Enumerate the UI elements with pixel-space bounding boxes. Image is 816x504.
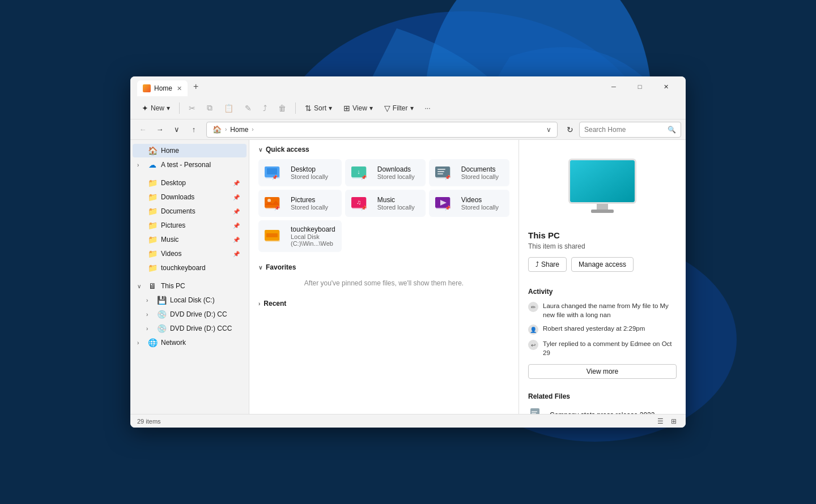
minimize-button[interactable]: ─ [601, 78, 627, 96]
sidebar-item-dvd-d1[interactable]: › 💿 DVD Drive (D:) CC [133, 307, 246, 321]
search-box: 🔍 [579, 122, 681, 138]
sidebar-item-this-pc[interactable]: ∨ 🖥 This PC [133, 279, 246, 293]
this-pc-monitor-icon [566, 156, 639, 215]
search-icon: 🔍 [668, 126, 676, 134]
sidebar-item-dvd-d2[interactable]: › 💿 DVD Drive (D:) CCC [133, 322, 246, 335]
new-chevron: ▾ [167, 104, 170, 112]
nav-bar: ← → ∨ ↑ 🏠 › Home › ∨ ↻ 🔍 [130, 119, 686, 140]
downloads-folder-icon: 📁 [147, 193, 158, 202]
home-icon: 🏠 [147, 146, 158, 155]
documents-folder-icon: 📁 [147, 207, 158, 216]
sidebar-dvd1-label: DVD Drive (D:) CC [170, 310, 240, 318]
refresh-button[interactable]: ↻ [562, 122, 578, 138]
sidebar-item-onedrive[interactable]: › ☁ A test - Personal [133, 158, 246, 172]
recent-locations-button[interactable]: ∨ [169, 122, 185, 138]
documents-tile-name: Documents [461, 165, 503, 173]
expand-arrow-local-disk: › [146, 297, 153, 304]
address-separator: › [225, 126, 227, 133]
sidebar-home-label: Home [161, 147, 240, 155]
manage-access-button[interactable]: Manage access [571, 257, 634, 272]
copy-button[interactable]: ⧉ [202, 101, 217, 115]
dvd2-icon: 💿 [156, 324, 167, 333]
activity-item-3: ↩ Tyler replied to a comment by Edmee on… [519, 337, 686, 360]
address-text: Home [230, 126, 248, 134]
back-button[interactable]: ← [135, 122, 151, 138]
up-button[interactable]: ↑ [186, 122, 202, 138]
activity-text-3: Tyler replied to a comment by Edmee on O… [543, 339, 677, 357]
view-button[interactable]: ⊞ View ▾ [339, 101, 377, 115]
folder-tile-documents[interactable]: 📌 Documents Stored locally [429, 159, 509, 186]
related-file-item[interactable]: PDF Company stats press release 2022 [519, 404, 686, 414]
view-more-button[interactable]: View more [528, 364, 677, 379]
svg-text:♫: ♫ [356, 199, 361, 206]
videos-tile-name: Videos [461, 196, 503, 204]
address-bar[interactable]: 🏠 › Home › ∨ [206, 122, 558, 138]
sidebar-item-touchkeyboard[interactable]: 📁 touchkeyboard [133, 261, 246, 275]
onedrive-icon: ☁ [147, 160, 158, 169]
activity-icon-1: ✏ [528, 302, 538, 312]
folder-tile-touchkeyboard[interactable]: touchkeyboard Local Disk (C:)\Win...\Web [258, 220, 342, 252]
svg-text:📌: 📌 [445, 205, 450, 211]
touchkeyboard-tile-name: touchkeyboard [291, 225, 335, 233]
sidebar-onedrive-label: A test - Personal [161, 161, 240, 169]
filter-label: Filter [393, 104, 408, 112]
toolbar-separator-2 [295, 102, 296, 114]
detail-actions: ⤴ Share Manage access [519, 257, 686, 279]
sidebar-item-pictures[interactable]: 📁 Pictures 📌 [133, 219, 246, 232]
folder-tile-music[interactable]: ♫ 📌 Music Stored locally [345, 190, 426, 217]
sidebar-local-disk-label: Local Disk (C:) [170, 296, 240, 304]
sort-button[interactable]: ⇅ Sort ▾ [300, 101, 337, 115]
window-controls: ─ □ ✕ [601, 78, 679, 96]
sidebar-item-documents[interactable]: 📁 Documents 📌 [133, 204, 246, 218]
paste-button[interactable]: 📋 [219, 101, 238, 115]
list-view-button[interactable]: ☰ [655, 416, 665, 426]
network-icon: 🌐 [147, 338, 158, 347]
more-options-button[interactable]: ··· [420, 102, 435, 114]
share-button[interactable]: ⤴ Share [528, 257, 567, 272]
maximize-button[interactable]: □ [627, 78, 653, 96]
folder-tile-videos[interactable]: 📌 Videos Stored locally [429, 190, 509, 217]
new-button[interactable]: ✦ New ▾ [137, 101, 175, 115]
home-tab[interactable]: Home ✕ [137, 80, 188, 96]
sidebar-item-downloads[interactable]: 📁 Downloads 📌 [133, 190, 246, 204]
delete-button[interactable]: 🗑 [274, 101, 291, 115]
sidebar-item-home[interactable]: 🏠 Home [133, 144, 246, 157]
music-folder-icon: 📁 [147, 235, 158, 244]
cut-icon: ✂ [189, 104, 196, 113]
share-toolbar-button[interactable]: ⤴ [258, 101, 271, 115]
sidebar-music-label: Music [161, 236, 230, 244]
sidebar-item-network[interactable]: › 🌐 Network [133, 336, 246, 349]
recent-header[interactable]: › Recent [249, 294, 518, 311]
tab-folder-icon [143, 84, 151, 92]
activity-text-2: Robert shared yesterday at 2:29pm [543, 324, 645, 333]
pictures-pin-icon: 📌 [233, 223, 240, 229]
close-button[interactable]: ✕ [653, 78, 679, 96]
share-icon: ⤴ [263, 104, 267, 113]
copy-icon: ⧉ [207, 103, 212, 113]
new-label: New [151, 104, 164, 112]
address-dropdown-button[interactable]: ∨ [546, 126, 551, 134]
sidebar-item-music[interactable]: 📁 Music 📌 [133, 233, 246, 246]
add-tab-button[interactable]: + [191, 82, 201, 92]
folder-tile-pictures[interactable]: 📌 Pictures Stored locally [258, 190, 342, 217]
quick-access-header[interactable]: ∨ Quick access [249, 140, 518, 157]
tab-close-button[interactable]: ✕ [177, 85, 182, 92]
detail-preview [519, 140, 686, 230]
folder-tile-desktop[interactable]: 📌 Desktop Stored locally [258, 159, 342, 186]
rename-button[interactable]: ✎ [240, 101, 256, 115]
filter-button[interactable]: ▽ Filter ▾ [380, 101, 418, 115]
sidebar-item-videos[interactable]: 📁 Videos 📌 [133, 247, 246, 260]
touchkeyboard-folder-icon: 📁 [147, 263, 158, 272]
favorites-header[interactable]: ∨ Favorites [249, 258, 518, 275]
sidebar-item-local-disk[interactable]: › 💾 Local Disk (C:) [133, 293, 246, 307]
grid-view-button[interactable]: ⊞ [669, 416, 679, 426]
search-input[interactable] [584, 126, 664, 134]
folder-tile-downloads[interactable]: ↓ 📌 Downloads Stored locally [345, 159, 426, 186]
svg-rect-36 [597, 204, 608, 210]
cut-button[interactable]: ✂ [184, 101, 200, 115]
forward-button[interactable]: → [152, 122, 168, 138]
favorites-chevron: ∨ [258, 264, 262, 271]
sidebar-item-desktop[interactable]: 📁 Desktop 📌 [133, 176, 246, 190]
rename-icon: ✎ [245, 104, 252, 113]
desktop-folder-icon: 📁 [147, 178, 158, 187]
